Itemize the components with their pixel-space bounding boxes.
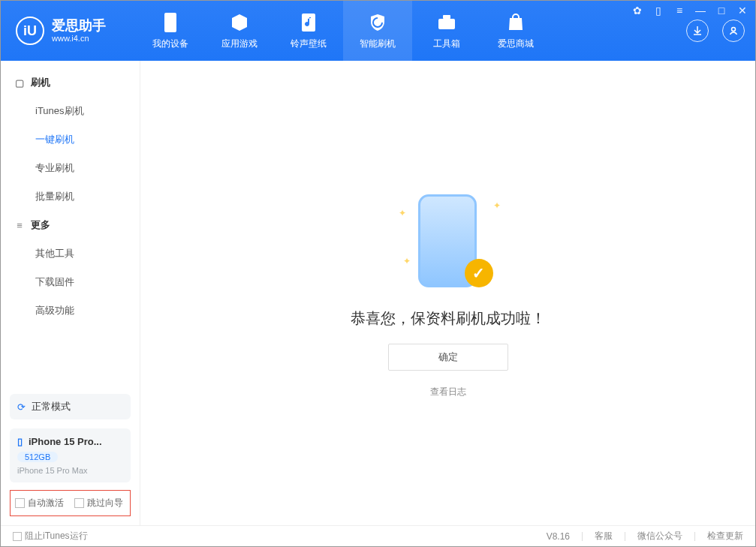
sidebar-item-itunes-flash[interactable]: iTunes刷机 (1, 97, 140, 125)
user-button[interactable] (722, 20, 745, 42)
checkbox-label: 自动激活 (28, 497, 64, 509)
footer-right: V8.16 客服 微信公众号 检查更新 (547, 530, 743, 542)
version-label: V8.16 (547, 531, 570, 542)
footer-link-support[interactable]: 客服 (595, 530, 613, 542)
app-window: ✿ ▯ ≡ — □ ✕ iU 爱思助手 www.i4.cn 我的设备 应用游戏 (0, 0, 756, 547)
device-model-label: iPhone 15 Pro Max (17, 466, 123, 475)
checkbox-icon (15, 498, 25, 508)
device-name-label: iPhone 15 Pro... (29, 436, 102, 447)
nav-ringtones-wallpapers[interactable]: 铃声壁纸 (274, 1, 343, 61)
device-mode[interactable]: ⟳ 正常模式 (10, 394, 131, 419)
toolbox-icon (436, 12, 457, 33)
storage-badge: 512GB (17, 452, 58, 462)
confirm-button[interactable]: 确定 (388, 344, 508, 371)
nav-label: 铃声壁纸 (291, 38, 327, 50)
nav-apps-games[interactable]: 应用游戏 (205, 1, 274, 61)
sidebar-item-other-tools[interactable]: 其他工具 (1, 239, 140, 268)
nav-store[interactable]: 爱思商城 (481, 1, 550, 61)
checkbox-icon (13, 532, 22, 541)
checkbox-skip-guide[interactable]: 跳过向导 (74, 497, 123, 509)
checkbox-auto-activate[interactable]: 自动激活 (15, 497, 64, 509)
sidebar: ▢ 刷机 iTunes刷机 一键刷机 专业刷机 批量刷机 ≡ 更多 其他工具 下… (1, 61, 140, 525)
svg-point-4 (732, 28, 736, 32)
nav-my-device[interactable]: 我的设备 (136, 1, 205, 61)
shopping-bag-icon (505, 12, 526, 33)
checkbox-icon (74, 498, 84, 508)
sidebar-item-batch-flash[interactable]: 批量刷机 (1, 182, 140, 211)
svg-rect-3 (443, 15, 450, 19)
device-panel[interactable]: ▯ iPhone 15 Pro... 512GB iPhone 15 Pro M… (10, 428, 131, 482)
sidebar-group-flash: ▢ 刷机 (1, 68, 140, 97)
nav-label: 应用游戏 (221, 38, 258, 50)
tablet-icon: ▢ (14, 77, 25, 88)
app-url: www.i4.cn (52, 34, 106, 43)
activation-options: 自动激活 跳过向导 (10, 490, 131, 516)
app-title: 爱思助手 (52, 19, 106, 34)
svg-rect-0 (164, 13, 176, 32)
svg-rect-2 (438, 19, 455, 29)
music-note-icon (298, 12, 319, 33)
device-icon (160, 12, 181, 33)
nav-label: 爱思商城 (498, 38, 534, 50)
cube-icon (229, 12, 250, 33)
sparkle-icon: ✦ (493, 200, 501, 211)
logo-mark-icon: iU (16, 17, 44, 45)
gift-icon[interactable]: ✿ (631, 4, 644, 17)
success-illustration: ✦ ✦ ✦ ✓ (396, 188, 501, 293)
check-badge-icon: ✓ (465, 259, 493, 287)
maximize-icon[interactable]: □ (715, 4, 728, 17)
refresh-icon: ⟳ (17, 401, 26, 413)
footer: 阻止iTunes运行 V8.16 客服 微信公众号 检查更新 (1, 525, 755, 546)
sparkle-icon: ✦ (399, 208, 406, 218)
nav-smart-flash[interactable]: 智能刷机 (343, 1, 412, 61)
top-nav: 我的设备 应用游戏 铃声壁纸 智能刷机 工具箱 爱思商城 (136, 1, 550, 61)
close-icon[interactable]: ✕ (736, 4, 749, 17)
success-title: 恭喜您，保资料刷机成功啦！ (351, 308, 546, 329)
footer-link-update[interactable]: 检查更新 (707, 530, 743, 542)
footer-link-wechat[interactable]: 微信公众号 (637, 530, 682, 542)
group-label: 刷机 (31, 76, 50, 89)
sidebar-group-more: ≡ 更多 (1, 211, 140, 239)
body: ▢ 刷机 iTunes刷机 一键刷机 专业刷机 批量刷机 ≡ 更多 其他工具 下… (1, 61, 755, 525)
sidebar-item-advanced[interactable]: 高级功能 (1, 296, 140, 325)
phone-small-icon: ▯ (17, 436, 23, 447)
nav-toolbox[interactable]: 工具箱 (412, 1, 481, 61)
checkbox-prevent-itunes[interactable]: 阻止iTunes运行 (13, 530, 88, 542)
checkbox-label: 跳过向导 (87, 497, 123, 509)
header-actions (686, 20, 745, 42)
main-content: ✦ ✦ ✦ ✓ 恭喜您，保资料刷机成功啦！ 确定 查看日志 (140, 61, 755, 525)
sidebar-item-oneclick-flash[interactable]: 一键刷机 (1, 125, 140, 154)
nav-label: 我的设备 (152, 38, 188, 50)
download-button[interactable] (686, 20, 709, 42)
menu-icon[interactable]: ≡ (673, 4, 686, 17)
phone-icon[interactable]: ▯ (652, 4, 665, 17)
sidebar-item-download-firmware[interactable]: 下载固件 (1, 268, 140, 296)
app-logo: iU 爱思助手 www.i4.cn (16, 17, 136, 45)
mode-label: 正常模式 (32, 400, 71, 413)
view-log-link[interactable]: 查看日志 (430, 386, 466, 398)
shield-sync-icon (367, 12, 388, 33)
nav-label: 工具箱 (433, 38, 460, 50)
nav-label: 智能刷机 (360, 38, 396, 50)
sidebar-item-pro-flash[interactable]: 专业刷机 (1, 154, 140, 182)
minimize-icon[interactable]: — (694, 4, 707, 17)
group-label: 更多 (31, 218, 50, 232)
window-controls: ✿ ▯ ≡ — □ ✕ (631, 4, 749, 17)
checkbox-label: 阻止iTunes运行 (25, 530, 88, 542)
more-icon: ≡ (14, 220, 25, 230)
sparkle-icon: ✦ (403, 256, 411, 266)
